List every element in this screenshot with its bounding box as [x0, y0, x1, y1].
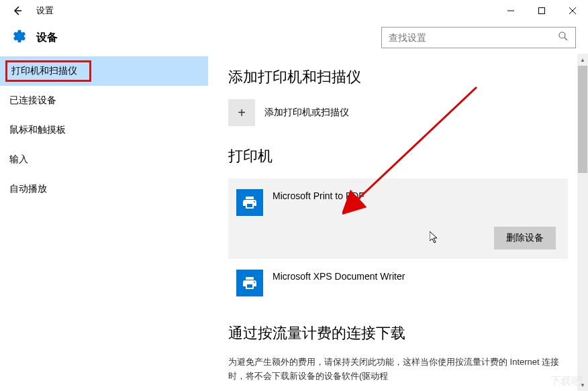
section-printers-title: 打印机 [228, 146, 568, 166]
svg-point-1 [559, 32, 565, 38]
svg-rect-0 [539, 8, 545, 14]
window-title: 设置 [36, 5, 54, 17]
scrollbar-up-icon[interactable]: ▲ [577, 54, 588, 66]
add-printer-row[interactable]: + 添加打印机或扫描仪 [228, 99, 568, 126]
printer-icon [236, 189, 263, 216]
sidebar-item-printers[interactable]: 打印机和扫描仪 [0, 56, 208, 86]
minimize-button[interactable] [495, 0, 526, 21]
sidebar-item-label: 输入 [9, 154, 28, 166]
maximize-button[interactable] [526, 0, 557, 21]
printer-item-xps[interactable]: Microsoft XPS Document Writer [228, 259, 568, 303]
printer-label: Microsoft XPS Document Writer [273, 270, 405, 282]
close-button[interactable] [557, 0, 588, 21]
add-printer-label: 添加打印机或扫描仪 [264, 107, 349, 119]
gear-icon [12, 29, 27, 46]
sidebar-item-label: 自动播放 [9, 183, 47, 195]
content-area: 打印机和扫描仪 已连接设备 鼠标和触摸板 输入 自动播放 添加打印机和扫描仪 +… [0, 54, 588, 391]
sidebar: 打印机和扫描仪 已连接设备 鼠标和触摸板 输入 自动播放 [0, 54, 208, 391]
back-arrow-icon [12, 5, 23, 16]
section-metered-title: 通过按流量计费的连接下载 [228, 323, 568, 343]
back-button[interactable] [7, 0, 28, 21]
printer-label: Microsoft Print to PDF [273, 189, 364, 201]
window-controls [495, 0, 588, 21]
sidebar-item-autoplay[interactable]: 自动播放 [0, 174, 208, 204]
sidebar-item-connected[interactable]: 已连接设备 [0, 86, 208, 115]
scrollbar-thumb[interactable] [578, 66, 587, 173]
sidebar-item-label: 鼠标和触摸板 [9, 124, 66, 136]
search-icon [558, 31, 569, 44]
sidebar-item-label: 打印机和扫描仪 [5, 60, 91, 82]
titlebar: 设置 [0, 0, 588, 21]
main-panel: 添加打印机和扫描仪 + 添加打印机或扫描仪 打印机 Microsoft Prin… [208, 54, 588, 391]
remove-device-button[interactable]: 删除设备 [494, 227, 556, 249]
header: 设备 [0, 21, 588, 54]
sidebar-item-typing[interactable]: 输入 [0, 145, 208, 174]
search-box[interactable] [381, 27, 576, 48]
section-add-title: 添加打印机和扫描仪 [228, 67, 568, 87]
watermark: 下载吧 [549, 374, 581, 388]
search-input[interactable] [389, 32, 558, 43]
printer-item-pdf[interactable]: Microsoft Print to PDF 删除设备 [228, 178, 568, 259]
plus-icon: + [228, 99, 255, 126]
scrollbar[interactable]: ▲ ▼ [577, 54, 588, 391]
metered-description: 为避免产生额外的费用，请保持关闭此功能，这样当你使用按流量计费的 Interne… [228, 355, 568, 384]
printer-icon [236, 270, 263, 296]
page-title: 设备 [36, 31, 58, 45]
sidebar-item-mouse[interactable]: 鼠标和触摸板 [0, 115, 208, 145]
sidebar-item-label: 已连接设备 [9, 95, 56, 107]
